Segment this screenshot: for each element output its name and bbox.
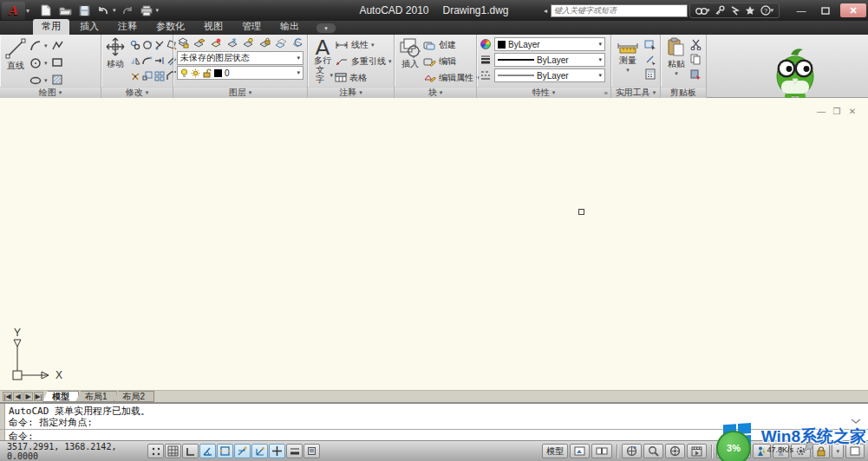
help-button[interactable]: ? ▾ bbox=[760, 5, 773, 16]
steering-wheel-button[interactable] bbox=[665, 444, 685, 458]
snap-mode-toggle[interactable] bbox=[147, 444, 164, 458]
quick-view-layouts-button[interactable] bbox=[570, 444, 590, 458]
copy-button[interactable] bbox=[128, 38, 141, 51]
annotation-visibility-button[interactable] bbox=[753, 444, 771, 458]
command-splitter[interactable] bbox=[0, 429, 868, 430]
workspace-switching-button[interactable] bbox=[791, 444, 811, 458]
search-button[interactable]: ▾ bbox=[695, 6, 710, 16]
arc-caret-icon[interactable]: ▾ bbox=[44, 42, 48, 49]
undo-button[interactable] bbox=[95, 3, 111, 18]
rotate-button[interactable] bbox=[140, 38, 153, 51]
open-button[interactable] bbox=[57, 3, 73, 18]
ribbon-minimize-button[interactable]: ▾ bbox=[317, 23, 336, 33]
grid-display-toggle[interactable] bbox=[165, 444, 181, 458]
panel-label-layers[interactable]: 图层▾ bbox=[173, 87, 307, 98]
ortho-mode-toggle[interactable] bbox=[182, 444, 199, 458]
maximize-button[interactable] bbox=[816, 3, 835, 17]
object-snap-toggle[interactable] bbox=[217, 444, 233, 458]
last-layout-button[interactable]: ▶| bbox=[34, 392, 43, 401]
layer-properties-button[interactable] bbox=[177, 36, 190, 49]
linetype-dropdown[interactable]: ByLayer ▾ bbox=[494, 68, 605, 82]
tab-home[interactable]: 常用 bbox=[33, 19, 69, 35]
mirror-button[interactable] bbox=[128, 54, 141, 67]
layer-off-button[interactable] bbox=[242, 36, 255, 49]
layer-match-button[interactable] bbox=[193, 36, 206, 49]
showmotion-button[interactable] bbox=[687, 444, 707, 458]
annotation-autoscale-button[interactable] bbox=[773, 444, 789, 458]
move-button[interactable]: 移动 bbox=[104, 36, 127, 85]
tab-view[interactable]: 视图 bbox=[195, 19, 232, 35]
line-button[interactable]: 直线 bbox=[3, 36, 29, 85]
next-layout-button[interactable]: ▶ bbox=[23, 392, 33, 401]
layout-tab-model[interactable]: 模型 bbox=[42, 391, 79, 402]
paste-special-button[interactable] bbox=[689, 68, 702, 81]
layout-tab-layout2[interactable]: 布局2 bbox=[114, 391, 155, 402]
layer-walk-button[interactable] bbox=[275, 36, 288, 49]
subscription-center-button[interactable] bbox=[715, 5, 725, 16]
properties-dialog-launcher-icon[interactable]: » bbox=[604, 89, 608, 97]
insert-block-button[interactable]: 插入 bbox=[397, 36, 423, 85]
hatch-button[interactable] bbox=[50, 73, 63, 86]
panel-label-utilities[interactable]: 实用工具▾ bbox=[611, 87, 660, 98]
quick-properties-toggle[interactable] bbox=[303, 444, 320, 458]
arc-button[interactable] bbox=[29, 40, 42, 53]
layer-prev-button[interactable] bbox=[290, 36, 303, 49]
coordinates-readout[interactable]: 3517.2991, 1368.2142, 0.0000 bbox=[7, 442, 147, 461]
paste-button[interactable]: 粘贴 ▾ bbox=[663, 36, 689, 85]
edit-block-button[interactable]: 编辑 bbox=[423, 55, 480, 69]
new-button[interactable] bbox=[38, 3, 54, 18]
tab-manage[interactable]: 管理 bbox=[233, 19, 270, 35]
table-button[interactable]: 表格 bbox=[335, 70, 392, 85]
layer-isolate-button[interactable] bbox=[210, 36, 223, 49]
array-button[interactable] bbox=[153, 69, 166, 82]
search-caret-icon[interactable]: ▾ bbox=[707, 7, 710, 14]
quick-view-drawings-button[interactable] bbox=[591, 444, 612, 458]
stretch-button[interactable] bbox=[153, 54, 166, 67]
fillet-button[interactable] bbox=[140, 54, 153, 67]
qat-customize-caret-icon[interactable]: ▾ bbox=[156, 7, 160, 14]
first-layout-button[interactable]: |◀ bbox=[3, 392, 12, 401]
command-line-window[interactable]: AutoCAD 菜单实用程序已加载。 命令: 指定对角点: 命令: bbox=[0, 402, 868, 440]
drawing-close-button[interactable]: ✕ bbox=[847, 107, 858, 116]
edit-attributes-button[interactable]: 编辑属性▾ bbox=[423, 70, 480, 85]
polar-tracking-toggle[interactable] bbox=[199, 444, 216, 458]
multileader-button[interactable]: 多重引线▾ bbox=[335, 55, 392, 69]
tab-parametric[interactable]: 参数化 bbox=[147, 19, 193, 35]
measure-button[interactable]: 测量 ▾ bbox=[614, 36, 642, 85]
application-menu-button[interactable]: A bbox=[2, 2, 25, 20]
minimize-button[interactable]: — bbox=[792, 3, 811, 17]
circle-button[interactable] bbox=[29, 57, 42, 70]
model-space-button[interactable]: 模型 bbox=[542, 444, 568, 458]
layer-lock-button[interactable] bbox=[258, 36, 271, 49]
layer-dropdown[interactable]: 0 ▾ bbox=[177, 66, 303, 80]
layer-freeze-button[interactable] bbox=[225, 36, 238, 49]
zoom-button[interactable] bbox=[643, 444, 663, 458]
layer-state-dropdown[interactable]: 未保存的图层状态 ▾ bbox=[177, 51, 303, 65]
panel-label-properties[interactable]: 特性▾ » bbox=[477, 87, 610, 98]
drawing-restore-button[interactable]: ❐ bbox=[832, 107, 842, 116]
redo-button[interactable] bbox=[120, 3, 135, 18]
pan-button[interactable] bbox=[622, 444, 642, 458]
annotation-scale-button[interactable]: 1:1 ▾ bbox=[716, 444, 751, 458]
trim-button[interactable] bbox=[153, 38, 166, 51]
dynamic-ucs-toggle[interactable] bbox=[251, 444, 268, 458]
mtext-button[interactable]: A 多行 文字▾ bbox=[310, 36, 335, 85]
plot-button[interactable] bbox=[139, 3, 154, 18]
drawing-minimize-button[interactable]: — bbox=[816, 107, 826, 116]
id-point-button[interactable] bbox=[643, 53, 656, 66]
save-button[interactable] bbox=[76, 3, 92, 18]
explode-button[interactable] bbox=[128, 69, 141, 82]
layout-tab-layout1[interactable]: 布局1 bbox=[75, 391, 117, 402]
toolbar-lock-button[interactable] bbox=[813, 444, 830, 458]
quick-calc-button[interactable] bbox=[643, 68, 656, 81]
create-block-button[interactable]: 创建 bbox=[423, 38, 480, 53]
communication-center-button[interactable] bbox=[730, 5, 740, 16]
panel-label-annotation[interactable]: 注释▾ bbox=[308, 87, 394, 98]
copy-clip-button[interactable] bbox=[689, 53, 702, 66]
cut-button[interactable] bbox=[689, 38, 702, 51]
quick-select-button[interactable] bbox=[643, 38, 656, 51]
object-snap-tracking-toggle[interactable] bbox=[234, 444, 251, 458]
clean-screen-button[interactable] bbox=[845, 444, 865, 458]
panel-label-modify[interactable]: 修改▾ bbox=[101, 87, 173, 98]
search-input[interactable] bbox=[551, 4, 688, 17]
